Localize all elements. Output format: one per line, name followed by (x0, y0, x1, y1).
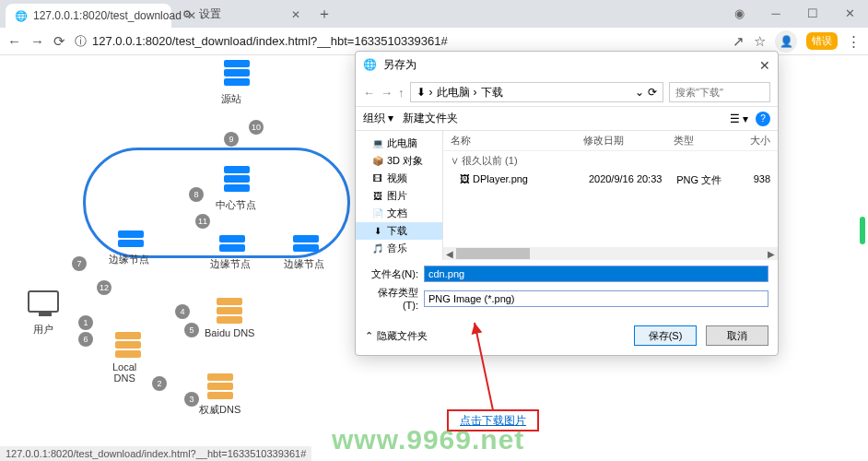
search-input[interactable] (669, 82, 770, 102)
scroll-right-icon[interactable]: ▶ (765, 249, 778, 259)
scroll-left-icon[interactable]: ◀ (443, 249, 456, 259)
node-label: 源站 (221, 92, 241, 106)
breadcrumb[interactable]: ⬇ › 此电脑 › 下载 ⌄ ⟳ (410, 82, 664, 102)
hide-folders-toggle[interactable]: ⌃ 隐藏文件夹 (365, 329, 428, 343)
help-icon[interactable]: ? (756, 112, 770, 126)
filetype-select[interactable] (424, 290, 768, 307)
node-label: 用户 (33, 323, 53, 337)
node-label: 边缘节点 (109, 253, 149, 266)
cancel-button[interactable]: 取消 (706, 325, 768, 346)
file-row[interactable]: 🖼 DPlayer.png 2020/9/16 20:33 PNG 文件 938 (443, 171, 778, 190)
dialog-close-button[interactable]: ✕ (759, 58, 770, 73)
nav-up-icon[interactable]: ↑ (398, 86, 405, 100)
view-mode-icon[interactable]: ☰ ▾ (730, 112, 748, 125)
dialog-title: 另存为 (383, 57, 416, 73)
minimize-button[interactable]: ─ (757, 0, 794, 26)
chevron-down-icon[interactable]: ⌄ (635, 86, 644, 99)
menu-icon[interactable]: ⋮ (847, 33, 861, 50)
dialog-fields: 文件名(N): 保存类型(T): (356, 260, 778, 320)
chevron-up-icon: ⌃ (365, 330, 373, 342)
tab-settings[interactable]: ⚙ 设置 ✕ (171, 1, 310, 28)
tree-item[interactable]: 🖥桌面 (356, 257, 442, 260)
tab-title: 设置 (199, 6, 221, 22)
crumb[interactable]: 下载 (481, 85, 503, 100)
crumb[interactable]: 此电脑 (437, 85, 470, 100)
star-icon[interactable]: ☆ (754, 33, 766, 50)
col-type[interactable]: 类型 (674, 134, 733, 148)
tab-page[interactable]: 🌐 127.0.0.1:8020/test_download ✕ (6, 4, 171, 28)
tree-item[interactable]: 📄文档 (356, 205, 442, 222)
node-label: Baidu DNS (205, 327, 254, 338)
scroll-indicator (860, 217, 865, 244)
file-date: 2020/9/16 20:33 (589, 173, 676, 187)
dialog-toolbar: 组织 ▾ 新建文件夹 ☰ ▾ ? (356, 106, 778, 131)
tab-title: 127.0.0.1:8020/test_download (33, 9, 182, 22)
browser-chrome: 🌐 127.0.0.1:8020/test_download ✕ ⚙ 设置 ✕ … (0, 0, 868, 55)
tab-close-icon[interactable]: ✕ (291, 8, 300, 21)
file-name: 🖼 DPlayer.png (460, 173, 589, 187)
folder-icon: 📦 (372, 156, 383, 167)
col-size[interactable]: 大小 (734, 134, 770, 148)
file-size: 938 (735, 173, 770, 187)
globe-icon: 🌐 (15, 9, 28, 22)
folder-icon: 🖼 (372, 191, 383, 202)
tree-label: 音乐 (387, 242, 407, 255)
address-bar[interactable]: ⓘ 127.0.0.1:8020/test_download/index.htm… (75, 33, 723, 50)
col-name[interactable]: 名称 (451, 134, 583, 148)
share-icon[interactable]: ↗ (733, 33, 745, 50)
step-circle: 2 (152, 376, 167, 391)
refresh-icon[interactable]: ⟳ (648, 86, 657, 99)
save-button[interactable]: 保存(S) (634, 325, 697, 346)
tree-item[interactable]: 🖼图片 (356, 187, 442, 205)
url-text: 127.0.0.1:8020/test_download/index.html?… (92, 34, 448, 48)
folder-icon: 🎞 (372, 173, 383, 184)
profile-icon[interactable]: 👤 (775, 30, 797, 53)
record-icon[interactable]: ◉ (721, 0, 757, 26)
new-tab-button[interactable]: ＋ (310, 1, 339, 28)
edge-node-icon (118, 230, 144, 249)
filename-label: 文件名(N): (365, 267, 418, 281)
horizontal-scrollbar[interactable]: ◀ ▶ (443, 247, 778, 260)
tree-label: 视频 (387, 171, 407, 185)
folder-icon: 💻 (372, 138, 383, 149)
tree-item[interactable]: ⬇下载 (356, 222, 442, 240)
scroll-track[interactable] (456, 248, 765, 259)
nav-forward-icon[interactable]: → (381, 86, 393, 100)
close-button[interactable]: ✕ (831, 0, 868, 26)
node-label: 权威DNS (199, 403, 240, 417)
step-circle: 9 (224, 132, 239, 147)
step-circle: 3 (184, 392, 199, 407)
reload-button[interactable]: ⟳ (53, 33, 65, 50)
tree-item[interactable]: 🎵音乐 (356, 240, 442, 257)
user-monitor-icon (28, 290, 59, 313)
dialog-nav: ← → ↑ ⬇ › 此电脑 › 下载 ⌄ ⟳ (356, 78, 778, 106)
step-circle: 5 (184, 323, 199, 337)
filename-input[interactable] (424, 266, 768, 282)
back-button[interactable]: ← (7, 33, 21, 49)
edge-node-icon (219, 235, 245, 254)
forward-button[interactable]: → (30, 33, 44, 49)
node-label: 边缘节点 (210, 257, 251, 271)
watermark: www.9969.net (332, 424, 524, 455)
tree-item[interactable]: 📦3D 对象 (356, 152, 442, 170)
download-icon: ⬇ (416, 86, 426, 99)
tree-item[interactable]: 🎞视频 (356, 170, 442, 187)
tree-item[interactable]: 💻此电脑 (356, 135, 442, 152)
file-group[interactable]: ∨ 很久以前 (1) (443, 151, 778, 171)
origin-server-icon (224, 60, 250, 88)
folder-icon: 📄 (372, 208, 383, 219)
local-dns-icon (115, 332, 141, 360)
nav-back-icon[interactable]: ← (363, 86, 375, 100)
maximize-button[interactable]: ☐ (794, 0, 831, 26)
new-folder-button[interactable]: 新建文件夹 (403, 111, 458, 126)
col-date[interactable]: 修改日期 (583, 134, 674, 148)
step-circle: 1 (78, 315, 93, 330)
tree-label: 3D 对象 (387, 154, 423, 168)
organize-menu[interactable]: 组织 ▾ (363, 111, 393, 126)
tree-label: 图片 (387, 189, 407, 203)
tree-label: 桌面 (387, 259, 407, 260)
error-badge[interactable]: 错误 (806, 32, 838, 50)
center-node-icon (224, 166, 250, 194)
folder-tree: 💻此电脑📦3D 对象🎞视频🖼图片📄文档⬇下载🎵音乐🖥桌面💽Windows (C:… (356, 131, 443, 260)
scroll-thumb[interactable] (456, 248, 530, 259)
